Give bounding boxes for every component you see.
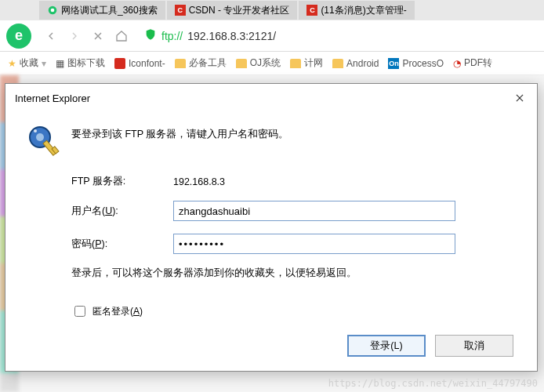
bookmark-label: Android xyxy=(346,58,379,69)
ftp-login-dialog: Internet Explorer 要登录到该 FTP 服务器，请键入用户名和密… xyxy=(5,83,538,372)
url-scheme: ftp:// xyxy=(161,30,183,42)
dialog-hint: 登录后，可以将这个服务器添加到你的收藏夹，以便轻易返回。 xyxy=(71,267,517,280)
bookmark-pdf[interactable]: ◔ PDF转 xyxy=(453,56,492,70)
close-button[interactable] xyxy=(512,90,528,106)
url-host: 192.168.8.3:2121/ xyxy=(187,30,276,42)
csdn-icon: C xyxy=(306,5,317,16)
folder-icon xyxy=(290,59,301,68)
username-label: 用户名(U): xyxy=(71,205,173,218)
tab-csdn[interactable]: C CSDN - 专业开发者社区 xyxy=(167,1,298,20)
svg-point-10 xyxy=(34,129,37,132)
bookmark-android[interactable]: Android xyxy=(332,58,379,69)
bookmark-label: 计网 xyxy=(304,56,323,70)
tab-360search[interactable]: 网络调试工具_360搜索 xyxy=(39,1,165,20)
server-value: 192.168.8.3 xyxy=(173,176,225,187)
server-label: FTP 服务器: xyxy=(71,175,173,188)
bookmark-label: Iconfont- xyxy=(129,58,165,69)
processon-icon: On xyxy=(388,58,399,69)
bookmark-label: 图标下载 xyxy=(67,56,105,70)
bookmark-label: ProcessO xyxy=(402,58,444,69)
star-icon: ★ xyxy=(8,58,16,69)
tab-label: CSDN - 专业开发者社区 xyxy=(189,4,290,17)
folder-icon xyxy=(332,59,343,68)
csdn-icon: C xyxy=(175,5,186,16)
stop-button[interactable] xyxy=(91,29,105,43)
dialog-prompt: 要登录到该 FTP 服务器，请键入用户名和密码。 xyxy=(71,123,288,141)
tab-label: (11条消息)文章管理- xyxy=(321,4,406,17)
dialog-title: Internet Explorer xyxy=(15,93,90,104)
tab-icon-360 xyxy=(47,5,58,16)
username-input[interactable] xyxy=(173,201,455,221)
pdf-icon: ◔ xyxy=(453,58,461,69)
tab-label: 网络调试工具_360搜索 xyxy=(61,4,158,17)
bookmark-label: OJ系统 xyxy=(250,56,281,70)
bookmark-iconfont[interactable]: Iconfont- xyxy=(114,58,165,69)
svg-point-7 xyxy=(36,133,44,141)
address-bar[interactable]: ftp:// 192.168.8.3:2121/ xyxy=(138,28,538,43)
bookmark-label: 必备工具 xyxy=(189,56,227,70)
back-button[interactable] xyxy=(44,29,58,43)
shield-icon xyxy=(144,28,157,43)
nav-bar: e ftp:// 192.168.8.3:2121/ xyxy=(0,20,544,52)
iconfont-icon xyxy=(114,58,125,69)
bookmark-label: PDF转 xyxy=(464,56,492,70)
favorites-label: 收藏 xyxy=(20,56,38,70)
browser-logo[interactable]: e xyxy=(6,24,31,49)
tab-csdn-msgs[interactable]: C (11条消息)文章管理- xyxy=(299,1,414,20)
anonymous-checkbox[interactable] xyxy=(74,306,85,317)
tab-strip: 网络调试工具_360搜索 C CSDN - 专业开发者社区 C (11条消息)文… xyxy=(0,0,544,20)
password-label: 密码(P): xyxy=(71,238,173,251)
watermark: https://blog.csdn.net/weixin_44797490 xyxy=(328,378,538,389)
anonymous-label[interactable]: 匿名登录(A) xyxy=(92,305,143,318)
key-icon xyxy=(26,123,63,161)
password-input[interactable] xyxy=(173,234,455,254)
grid-icon: ▦ xyxy=(56,58,64,69)
forward-button[interactable] xyxy=(67,29,82,43)
bookmark-network[interactable]: 计网 xyxy=(290,56,323,70)
bookmark-oj[interactable]: OJ系统 xyxy=(236,56,281,70)
svg-point-1 xyxy=(51,9,55,13)
folder-icon xyxy=(175,59,186,68)
bookmark-processon[interactable]: On ProcessO xyxy=(388,58,444,69)
login-button[interactable]: 登录(L) xyxy=(347,335,426,357)
bookmark-tools[interactable]: 必备工具 xyxy=(175,56,227,70)
bookmark-icons8[interactable]: ▦ 图标下载 xyxy=(56,56,105,70)
cancel-button[interactable]: 取消 xyxy=(435,335,513,357)
bookmark-bar: ★ 收藏 ▾ ▦ 图标下载 Iconfont- 必备工具 OJ系统 计网 And… xyxy=(0,52,544,75)
folder-icon xyxy=(236,59,247,68)
favorites-button[interactable]: ★ 收藏 ▾ xyxy=(8,56,46,70)
home-button[interactable] xyxy=(114,29,129,43)
